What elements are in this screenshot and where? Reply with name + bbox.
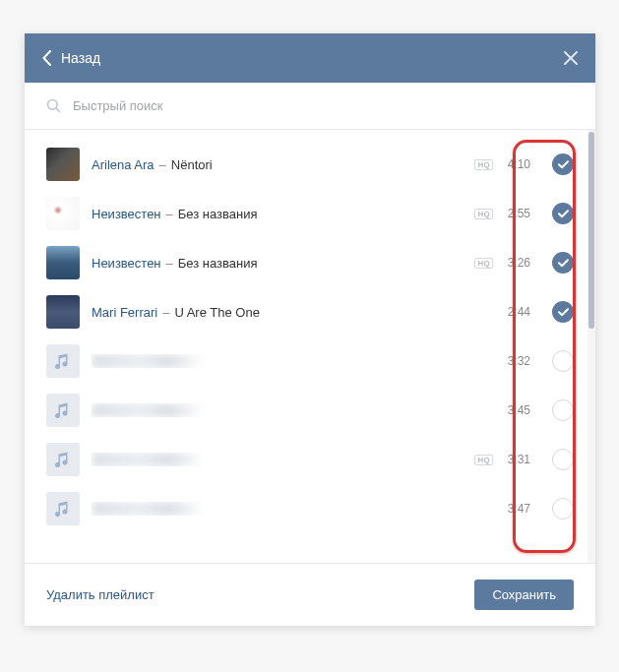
search-bar — [25, 83, 595, 130]
back-button[interactable]: Назад — [42, 50, 100, 66]
track-row[interactable]: 3:47 — [25, 484, 595, 533]
hq-badge: HQ — [474, 209, 493, 219]
track-thumbnail — [46, 492, 80, 525]
track-checkbox[interactable] — [552, 449, 574, 470]
chevron-left-icon — [42, 50, 51, 66]
hq-badge: HQ — [474, 258, 493, 269]
track-checkbox[interactable] — [552, 498, 574, 519]
track-title: Nëntori — [171, 157, 213, 172]
track-thumbnail — [46, 344, 80, 378]
modal-header: Назад — [25, 33, 595, 83]
track-duration: 3:47 — [503, 502, 530, 516]
track-blurred-text — [92, 502, 249, 516]
track-title: U Are The One — [174, 305, 259, 320]
track-separator: – — [166, 207, 173, 221]
hq-badge: HQ — [474, 455, 493, 465]
track-checkbox[interactable] — [552, 252, 574, 274]
track-info — [92, 453, 474, 466]
track-thumbnail — [46, 148, 80, 181]
track-checkbox[interactable] — [552, 399, 574, 421]
track-row[interactable]: 3:32 — [25, 336, 595, 386]
track-checkbox[interactable] — [552, 350, 574, 372]
save-button[interactable]: Сохранить — [474, 580, 574, 610]
scrollbar[interactable] — [588, 130, 595, 563]
track-title: Без названия — [178, 256, 258, 271]
track-checkbox[interactable] — [552, 301, 574, 323]
track-thumbnail — [46, 197, 80, 230]
playlist-edit-modal: Назад Arilena Ara–NëntoriHQ4:10Неизвесте… — [25, 33, 595, 626]
track-artist[interactable]: Неизвестен — [92, 207, 161, 221]
track-blurred-text — [92, 453, 249, 466]
track-thumbnail — [46, 394, 80, 427]
scrollbar-thumb[interactable] — [588, 132, 594, 329]
track-row[interactable]: 3:45 — [25, 386, 595, 435]
track-duration: 3:26 — [503, 256, 530, 270]
track-info: Mari Ferrari–U Are The One — [92, 305, 503, 320]
search-icon — [46, 98, 61, 113]
track-blurred-text — [92, 403, 249, 417]
track-info — [92, 502, 503, 516]
track-row[interactable]: Arilena Ara–NëntoriHQ4:10 — [25, 140, 595, 189]
tracks-list[interactable]: Arilena Ara–NëntoriHQ4:10Неизвестен–Без … — [25, 130, 595, 563]
modal-footer: Удалить плейлист Сохранить — [25, 563, 595, 626]
track-artist[interactable]: Arilena Ara — [92, 157, 155, 172]
track-duration: 2:44 — [503, 305, 530, 319]
track-duration: 3:45 — [503, 403, 530, 417]
track-info: Неизвестен–Без названия — [92, 207, 474, 221]
track-duration: 3:32 — [503, 354, 530, 368]
track-duration: 2:55 — [503, 207, 530, 220]
hq-badge: HQ — [474, 159, 493, 170]
track-title: Без названия — [178, 207, 258, 221]
track-info: Неизвестен–Без названия — [92, 256, 474, 271]
tracks-container: Arilena Ara–NëntoriHQ4:10Неизвестен–Без … — [25, 130, 595, 563]
close-icon — [564, 51, 578, 65]
track-thumbnail — [46, 246, 80, 279]
track-checkbox[interactable] — [552, 153, 574, 175]
close-button[interactable] — [564, 51, 578, 65]
track-duration: 4:10 — [503, 157, 530, 171]
track-separator: – — [166, 256, 173, 271]
track-duration: 3:31 — [503, 453, 530, 466]
track-row[interactable]: Mari Ferrari–U Are The One2:44 — [25, 287, 595, 336]
track-checkbox[interactable] — [552, 203, 574, 224]
track-blurred-text — [92, 354, 249, 368]
track-row[interactable]: HQ3:31 — [25, 435, 595, 484]
delete-playlist-link[interactable]: Удалить плейлист — [46, 587, 155, 602]
back-label: Назад — [61, 50, 100, 66]
track-info — [92, 354, 503, 368]
track-row[interactable]: Неизвестен–Без названияHQ3:26 — [25, 238, 595, 287]
search-input[interactable] — [73, 98, 574, 113]
track-info — [92, 403, 503, 417]
track-separator: – — [162, 305, 169, 320]
track-artist[interactable]: Mari Ferrari — [92, 305, 157, 320]
track-artist[interactable]: Неизвестен — [92, 256, 161, 271]
track-info: Arilena Ara–Nëntori — [92, 157, 474, 172]
track-row[interactable]: Неизвестен–Без названияHQ2:55 — [25, 189, 595, 238]
track-thumbnail — [46, 443, 80, 476]
track-separator: – — [159, 157, 166, 172]
track-thumbnail — [46, 295, 80, 329]
